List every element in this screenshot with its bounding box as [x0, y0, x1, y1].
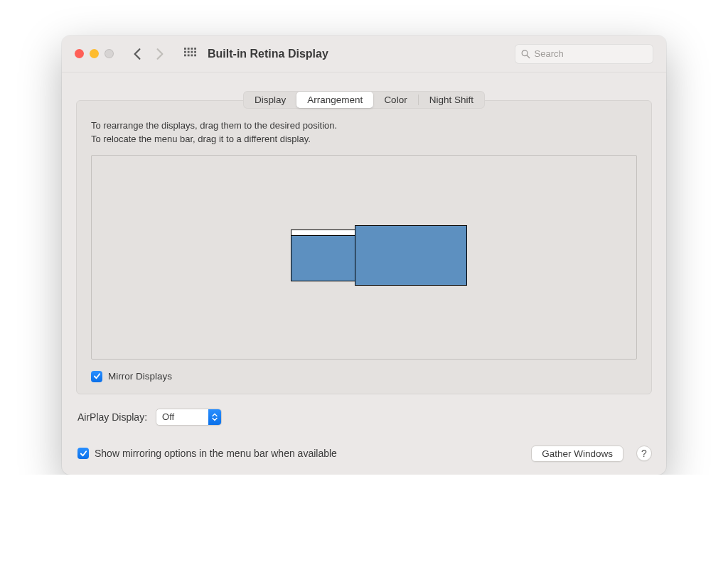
close-window-button[interactable] [75, 49, 84, 58]
window-title: Built-in Retina Display [208, 48, 328, 60]
show-mirroring-label: Show mirroring options in the menu bar w… [95, 448, 337, 459]
menu-bar-handle[interactable] [291, 230, 363, 236]
instructions: To rearrange the displays, drag them to … [91, 119, 637, 146]
tabs: Display Arrangement Color Night Shift [76, 91, 652, 109]
tab-display[interactable]: Display [244, 92, 296, 108]
checkmark-icon [80, 450, 87, 458]
svg-rect-9 [187, 54, 189, 56]
airplay-select[interactable]: Off [156, 409, 222, 426]
search-icon [521, 49, 530, 59]
forward-button [152, 44, 168, 64]
checkmark-icon [93, 372, 101, 380]
chevron-right-icon [155, 48, 165, 60]
svg-rect-3 [194, 48, 196, 50]
svg-rect-10 [191, 54, 193, 56]
preferences-window: Built-in Retina Display Display Arrangem… [62, 36, 666, 475]
airplay-label: AirPlay Display: [77, 411, 147, 423]
show-all-button[interactable] [182, 44, 198, 64]
titlebar: Built-in Retina Display [62, 36, 666, 72]
arrangement-panel: To rearrange the displays, drag them to … [76, 100, 652, 394]
chevron-down-icon [212, 417, 218, 421]
select-stepper-icon [208, 409, 221, 426]
display-secondary[interactable] [355, 225, 467, 286]
traffic-lights [75, 49, 114, 58]
svg-rect-1 [187, 48, 189, 50]
tab-color[interactable]: Color [373, 92, 417, 108]
tab-night-shift[interactable]: Night Shift [419, 92, 484, 108]
tab-arrangement[interactable]: Arrangement [296, 92, 373, 108]
svg-rect-7 [194, 51, 196, 53]
nav-buttons [129, 44, 168, 64]
airplay-row: AirPlay Display: Off [77, 409, 652, 426]
content-area: Display Arrangement Color Night Shift To… [62, 72, 666, 475]
chevron-left-icon [132, 48, 142, 60]
minimize-window-button[interactable] [90, 49, 99, 58]
svg-rect-2 [191, 48, 193, 50]
instructions-line1: To rearrange the displays, drag them to … [91, 119, 637, 133]
svg-line-13 [527, 55, 530, 58]
display-arrangement-area[interactable] [91, 155, 637, 360]
svg-rect-6 [191, 51, 193, 53]
airplay-value: Off [162, 411, 208, 422]
display-primary[interactable] [291, 230, 364, 281]
search-input[interactable] [535, 48, 647, 59]
mirror-displays-checkbox[interactable] [91, 371, 102, 382]
search-field[interactable] [515, 44, 653, 64]
svg-rect-0 [184, 48, 186, 50]
show-mirroring-checkbox[interactable] [77, 448, 89, 459]
svg-rect-5 [187, 51, 189, 53]
back-button[interactable] [129, 44, 145, 64]
footer-row: Show mirroring options in the menu bar w… [77, 446, 652, 462]
gather-windows-button[interactable]: Gather Windows [531, 446, 623, 462]
svg-rect-4 [184, 51, 186, 53]
mirror-displays-row: Mirror Displays [91, 371, 637, 382]
svg-rect-8 [184, 54, 186, 56]
zoom-window-button [105, 49, 114, 58]
instructions-line2: To relocate the menu bar, drag it to a d… [91, 133, 637, 146]
svg-rect-11 [194, 54, 196, 56]
mirror-displays-label: Mirror Displays [108, 371, 172, 382]
help-button[interactable]: ? [636, 446, 652, 461]
grid-icon [184, 48, 196, 60]
segmented-control: Display Arrangement Color Night Shift [243, 91, 485, 109]
